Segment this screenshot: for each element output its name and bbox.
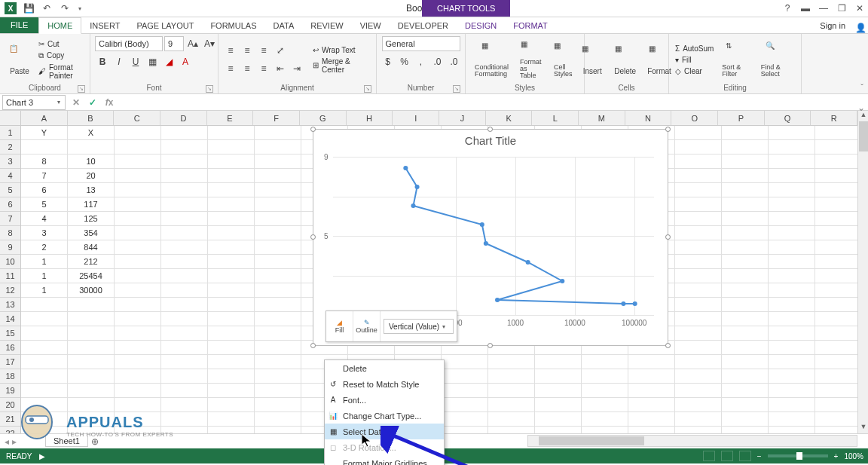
grow-font-icon[interactable]: A▴ xyxy=(185,36,200,51)
scroll-thumb[interactable] xyxy=(859,121,868,151)
font-color-button[interactable]: A xyxy=(178,54,193,69)
row-header[interactable]: 3 xyxy=(0,154,20,169)
cell[interactable] xyxy=(769,197,815,212)
cell[interactable] xyxy=(161,255,208,269)
cell[interactable]: 10 xyxy=(68,154,115,169)
tab-design[interactable]: DESIGN xyxy=(457,18,505,33)
column-header[interactable]: B xyxy=(68,111,115,125)
cell[interactable] xyxy=(115,183,161,197)
orientation-icon[interactable]: ⤢ xyxy=(273,43,288,58)
cell[interactable] xyxy=(68,341,115,355)
cell[interactable]: 4 xyxy=(21,212,68,226)
cell[interactable] xyxy=(722,398,769,412)
cell[interactable] xyxy=(208,398,255,412)
collapse-ribbon-icon[interactable]: ˇ xyxy=(860,83,863,92)
cell[interactable] xyxy=(255,154,301,169)
cell[interactable] xyxy=(769,326,815,341)
inc-decimal-icon[interactable]: .0 xyxy=(430,54,445,69)
cell[interactable] xyxy=(161,226,208,240)
cell[interactable] xyxy=(769,412,815,427)
cancel-formula-icon[interactable]: ✕ xyxy=(68,97,84,108)
fx-icon[interactable]: fx xyxy=(101,97,118,108)
cell[interactable] xyxy=(815,126,862,140)
cell[interactable] xyxy=(442,355,488,369)
cell[interactable] xyxy=(208,197,255,212)
chart-handle[interactable] xyxy=(310,343,316,348)
cell[interactable] xyxy=(628,412,675,427)
cell[interactable]: X xyxy=(68,126,115,140)
cell[interactable] xyxy=(675,197,722,212)
shrink-font-icon[interactable]: A▾ xyxy=(202,36,217,51)
row-header[interactable]: 13 xyxy=(0,298,20,312)
cell[interactable] xyxy=(675,269,722,283)
zoom-in-icon[interactable]: + xyxy=(834,452,839,460)
cell[interactable] xyxy=(68,312,115,326)
cell[interactable] xyxy=(208,412,255,427)
align-left-icon[interactable]: ≡ xyxy=(223,61,238,76)
align-center-icon[interactable]: ≡ xyxy=(240,61,255,76)
tab-format[interactable]: FORMAT xyxy=(505,18,556,33)
hscroll-thumb[interactable] xyxy=(539,436,644,445)
cell[interactable] xyxy=(769,312,815,326)
column-header[interactable]: L xyxy=(532,111,579,125)
cell[interactable] xyxy=(675,240,722,255)
cell[interactable]: 25454 xyxy=(68,269,115,283)
cut-button[interactable]: ✂Cut xyxy=(37,39,85,49)
cell[interactable] xyxy=(208,384,255,398)
format-as-table-button[interactable]: ▦Format as Table xyxy=(515,38,547,81)
cell[interactable] xyxy=(769,398,815,412)
cell[interactable]: 125 xyxy=(68,212,115,226)
merge-center-button[interactable]: ⊞Merge & Center xyxy=(311,57,371,75)
dec-decimal-icon[interactable]: .0 xyxy=(447,54,462,69)
zoom-slider[interactable] xyxy=(768,454,828,457)
cell[interactable] xyxy=(21,355,68,369)
cell[interactable] xyxy=(208,326,255,341)
align-right-icon[interactable]: ≡ xyxy=(256,61,271,76)
delete-cells-button[interactable]: ▦Delete xyxy=(610,38,640,81)
cell[interactable] xyxy=(68,384,115,398)
cell[interactable] xyxy=(675,154,722,169)
cell[interactable] xyxy=(115,154,161,169)
close-icon[interactable]: ✕ xyxy=(854,3,865,14)
cell[interactable] xyxy=(722,226,769,240)
align-top-icon[interactable]: ≡ xyxy=(223,43,238,58)
cell[interactable] xyxy=(115,212,161,226)
cell[interactable] xyxy=(115,369,161,384)
cell[interactable] xyxy=(161,369,208,384)
alignment-dialog-icon[interactable]: ↘ xyxy=(364,85,371,93)
cell[interactable] xyxy=(21,341,68,355)
cell[interactable]: 5 xyxy=(21,197,68,212)
cell[interactable] xyxy=(208,212,255,226)
row-header[interactable]: 9 xyxy=(0,240,20,255)
cell[interactable] xyxy=(208,240,255,255)
cell[interactable] xyxy=(161,183,208,197)
cell[interactable] xyxy=(161,326,208,341)
horizontal-scrollbar[interactable] xyxy=(527,435,857,447)
cell[interactable] xyxy=(488,412,535,427)
cell[interactable] xyxy=(675,384,722,398)
select-all-corner[interactable] xyxy=(0,111,21,126)
format-painter-button[interactable]: 🖌Format Painter xyxy=(37,63,85,81)
name-box-dd-icon[interactable]: ▾ xyxy=(57,99,63,106)
cell[interactable] xyxy=(115,298,161,312)
cell[interactable] xyxy=(161,169,208,183)
ctx-reset[interactable]: ↺Reset to Match Style xyxy=(325,376,444,392)
cell[interactable] xyxy=(161,341,208,355)
row-header[interactable]: 19 xyxy=(0,384,20,398)
row-header[interactable]: 18 xyxy=(0,369,20,384)
cell[interactable] xyxy=(208,312,255,326)
cell[interactable] xyxy=(488,398,535,412)
sort-filter-button[interactable]: ⇅Sort & Filter xyxy=(717,38,754,81)
tab-developer[interactable]: DEVELOPER xyxy=(390,18,457,33)
cell[interactable]: 2 xyxy=(21,240,68,255)
cell[interactable] xyxy=(161,212,208,226)
cell[interactable] xyxy=(815,183,862,197)
cell[interactable] xyxy=(722,183,769,197)
cell[interactable] xyxy=(161,298,208,312)
cell[interactable] xyxy=(815,269,862,283)
cell[interactable] xyxy=(208,355,255,369)
fill-button[interactable]: ▾Fill xyxy=(674,55,715,65)
cell[interactable] xyxy=(675,283,722,298)
cell[interactable] xyxy=(815,369,862,384)
cell[interactable] xyxy=(161,154,208,169)
